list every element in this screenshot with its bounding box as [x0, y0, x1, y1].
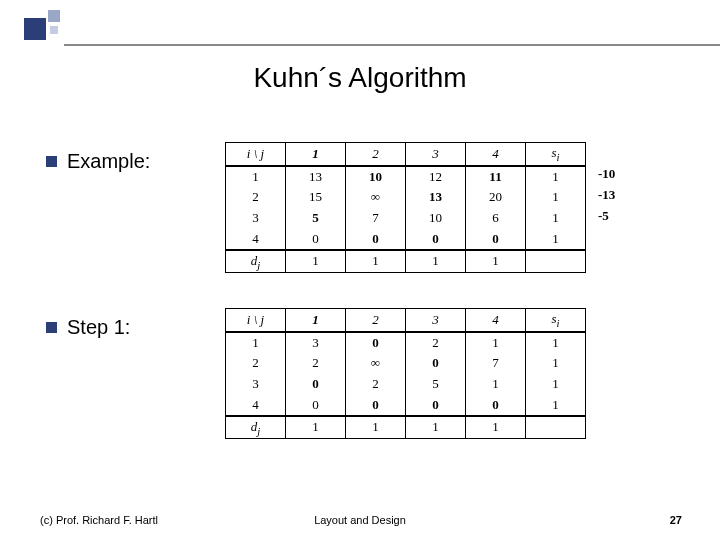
- bullet-step1-label: Step 1:: [67, 316, 130, 339]
- table-header-row: i \ j 1 2 3 4 si: [226, 143, 586, 166]
- step1-table: i \ j 1 2 3 4 si 1 3 0 2 1 1 2 2 ∞ 0 7 1…: [225, 308, 586, 439]
- cell: 7: [466, 353, 526, 374]
- header-si: si: [526, 309, 586, 332]
- step1-table-wrap: i \ j 1 2 3 4 si 1 3 0 2 1 1 2 2 ∞ 0 7 1…: [225, 308, 586, 439]
- dj-row: dj 1 1 1 1: [226, 416, 586, 439]
- cell: ∞: [346, 353, 406, 374]
- reduction-value: -5: [598, 205, 615, 226]
- cell: 0: [466, 395, 526, 416]
- cell: 13: [406, 187, 466, 208]
- si-cell: 1: [526, 166, 586, 187]
- dj-cell: 1: [406, 250, 466, 273]
- si-cell: 1: [526, 332, 586, 353]
- bullet-square-icon: [46, 322, 57, 333]
- header-col: 2: [346, 309, 406, 332]
- slide-title: Kuhn´s Algorithm: [0, 62, 720, 94]
- header-col: 3: [406, 143, 466, 166]
- dj-label: dj: [226, 416, 286, 439]
- cell: 2: [286, 353, 346, 374]
- row-label: 2: [226, 353, 286, 374]
- deco-horizontal-rule: [64, 44, 720, 46]
- bullet-step1: Step 1:: [46, 316, 130, 339]
- header-corner: i \ j: [226, 309, 286, 332]
- cell: 0: [286, 395, 346, 416]
- header-col: 4: [466, 309, 526, 332]
- cell: 15: [286, 187, 346, 208]
- dj-cell: 1: [466, 416, 526, 439]
- si-cell: 1: [526, 187, 586, 208]
- footer-center: Layout and Design: [0, 514, 720, 526]
- dj-cell: 1: [286, 250, 346, 273]
- cell: 3: [286, 332, 346, 353]
- si-cell: 1: [526, 229, 586, 250]
- si-cell: 1: [526, 353, 586, 374]
- header-col: 1: [286, 309, 346, 332]
- table-row: 4 0 0 0 0 1: [226, 395, 586, 416]
- row-label: 3: [226, 374, 286, 395]
- cell: 20: [466, 187, 526, 208]
- table-row: 1 3 0 2 1 1: [226, 332, 586, 353]
- table-row: 2 15 ∞ 13 20 1: [226, 187, 586, 208]
- row-label: 2: [226, 187, 286, 208]
- cell: 0: [466, 229, 526, 250]
- bullet-example-label: Example:: [67, 150, 150, 173]
- cell: ∞: [346, 187, 406, 208]
- table-row: 4 0 0 0 0 1: [226, 229, 586, 250]
- table-row: 3 0 2 5 1 1: [226, 374, 586, 395]
- cell: 7: [346, 208, 406, 229]
- bullet-square-icon: [46, 156, 57, 167]
- header-si: si: [526, 143, 586, 166]
- deco-square-med: [48, 10, 60, 22]
- header-col: 2: [346, 143, 406, 166]
- cell: 13: [286, 166, 346, 187]
- example-table: i \ j 1 2 3 4 si 1 13 10 12 11 1 2 15 ∞ …: [225, 142, 586, 273]
- header-col: 4: [466, 143, 526, 166]
- header-col: 1: [286, 143, 346, 166]
- table-row: 3 5 7 10 6 1: [226, 208, 586, 229]
- bullet-example: Example:: [46, 150, 150, 173]
- row-label: 1: [226, 332, 286, 353]
- cell: 0: [346, 395, 406, 416]
- cell: 12: [406, 166, 466, 187]
- dj-empty: [526, 250, 586, 273]
- cell: 0: [346, 229, 406, 250]
- cell: 0: [406, 395, 466, 416]
- table-row: 1 13 10 12 11 1: [226, 166, 586, 187]
- cell: 5: [406, 374, 466, 395]
- si-cell: 1: [526, 208, 586, 229]
- row-reduction-annotations: -10 -13 -5: [598, 163, 615, 226]
- dj-empty: [526, 416, 586, 439]
- dj-cell: 1: [466, 250, 526, 273]
- reduction-value: -10: [598, 163, 615, 184]
- cell: 0: [406, 353, 466, 374]
- cell: 1: [466, 332, 526, 353]
- dj-cell: 1: [346, 250, 406, 273]
- header-corner: i \ j: [226, 143, 286, 166]
- cell: 0: [286, 374, 346, 395]
- cell: 0: [286, 229, 346, 250]
- example-table-wrap: i \ j 1 2 3 4 si 1 13 10 12 11 1 2 15 ∞ …: [225, 142, 586, 273]
- row-label: 3: [226, 208, 286, 229]
- cell: 1: [466, 374, 526, 395]
- dj-cell: 1: [286, 416, 346, 439]
- cell: 10: [346, 166, 406, 187]
- cell: 2: [346, 374, 406, 395]
- row-label: 1: [226, 166, 286, 187]
- reduction-value: -13: [598, 184, 615, 205]
- row-label: 4: [226, 395, 286, 416]
- deco-square-large: [24, 18, 46, 40]
- deco-square-small: [50, 26, 58, 34]
- dj-cell: 1: [406, 416, 466, 439]
- slide-corner-decoration: [0, 0, 100, 48]
- cell: 11: [466, 166, 526, 187]
- dj-row: dj 1 1 1 1: [226, 250, 586, 273]
- cell: 5: [286, 208, 346, 229]
- dj-cell: 1: [346, 416, 406, 439]
- si-cell: 1: [526, 374, 586, 395]
- footer-page-number: 27: [670, 514, 682, 526]
- cell: 0: [346, 332, 406, 353]
- header-col: 3: [406, 309, 466, 332]
- si-cell: 1: [526, 395, 586, 416]
- cell: 0: [406, 229, 466, 250]
- cell: 2: [406, 332, 466, 353]
